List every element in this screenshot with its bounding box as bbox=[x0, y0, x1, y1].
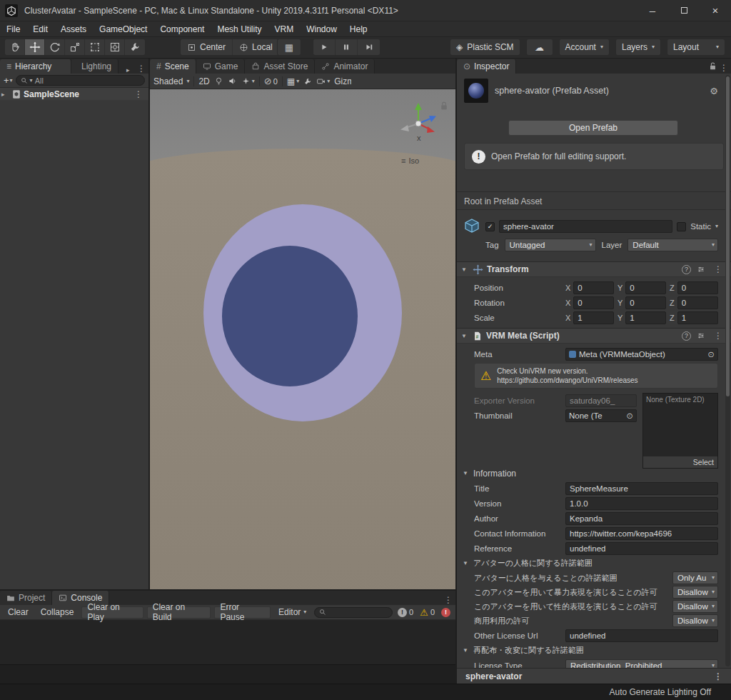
vrm-meta-component-header[interactable]: ▼ # VRM Meta (Script) ? ⋮ bbox=[457, 328, 731, 344]
console-log-list[interactable] bbox=[0, 620, 455, 664]
tab-hierarchy[interactable]: ≡ Hierarchy bbox=[0, 59, 71, 74]
clear-button[interactable]: Clear bbox=[4, 606, 33, 619]
personation-permission-dropdown[interactable]: Only Au ▾ bbox=[672, 571, 718, 584]
maximize-button[interactable] bbox=[668, 0, 700, 21]
scene-visibility-toggle[interactable]: ⊘ 0 bbox=[264, 76, 278, 86]
layers-dropdown[interactable]: Layers ▾ bbox=[615, 39, 661, 56]
rotation-x-field[interactable] bbox=[573, 296, 614, 309]
search-filter-caret-icon[interactable]: ▾ bbox=[30, 78, 33, 84]
console-area-menu-button[interactable]: ⋮ bbox=[441, 595, 455, 605]
reference-field[interactable] bbox=[565, 542, 718, 555]
sexual-permission-dropdown[interactable]: Disallow ▾ bbox=[672, 600, 718, 613]
space-toggle-button[interactable]: Local bbox=[233, 39, 279, 55]
transform-tool-button[interactable] bbox=[105, 39, 125, 55]
tab-scroll-arrow-icon[interactable]: ▸ bbox=[126, 66, 134, 74]
personation-foldout[interactable]: ▼ アバターの人格に関する許諾範囲 bbox=[457, 556, 731, 571]
foldout-icon[interactable]: ▼ bbox=[461, 266, 469, 273]
transform-component-header[interactable]: ▼ Transform ? ⋮ bbox=[457, 261, 731, 277]
tab-inspector[interactable]: ⊙ Inspector bbox=[457, 59, 516, 74]
scene-effects-dropdown[interactable]: ▾ bbox=[241, 76, 255, 86]
help-icon[interactable]: ? bbox=[682, 331, 691, 341]
minimize-button[interactable]: – bbox=[637, 0, 668, 21]
menu-edit[interactable]: Edit bbox=[26, 21, 54, 37]
menu-help[interactable]: Help bbox=[343, 21, 374, 37]
rect-tool-button[interactable] bbox=[85, 39, 105, 55]
position-z-field[interactable] bbox=[677, 281, 718, 294]
inspector-scrollbar[interactable] bbox=[725, 75, 730, 666]
contact-field[interactable] bbox=[565, 527, 718, 540]
other-license-field[interactable] bbox=[565, 629, 718, 642]
static-dropdown-caret-icon[interactable]: ▾ bbox=[715, 224, 718, 229]
tab-lighting[interactable]: Lighting bbox=[71, 59, 119, 74]
rotation-z-field[interactable] bbox=[677, 296, 718, 309]
expand-arrow-icon[interactable]: ▸ bbox=[1, 91, 9, 98]
menu-assets[interactable]: Assets bbox=[54, 21, 93, 37]
presets-icon[interactable] bbox=[697, 331, 705, 340]
collapse-button[interactable]: Collapse bbox=[36, 606, 79, 619]
rotate-tool-button[interactable] bbox=[45, 39, 65, 55]
console-search-input[interactable] bbox=[329, 608, 386, 616]
violence-permission-dropdown[interactable]: Disallow ▾ bbox=[672, 586, 718, 599]
scene-item-menu-button[interactable]: ⋮ bbox=[131, 89, 146, 99]
gizmos-dropdown[interactable]: Gizmos bbox=[334, 76, 351, 86]
scale-z-field[interactable] bbox=[677, 311, 718, 324]
tab-project[interactable]: Project bbox=[0, 591, 52, 605]
object-picker-icon[interactable]: ⊙ bbox=[707, 349, 715, 359]
open-prefab-button[interactable]: Open Prefab bbox=[508, 120, 678, 136]
hierarchy-search-field[interactable]: ▾ All bbox=[16, 75, 145, 86]
scrollbar-thumb[interactable] bbox=[726, 76, 730, 396]
inspector-lock-icon[interactable] bbox=[709, 61, 717, 71]
layer-dropdown[interactable]: Default ▾ bbox=[627, 239, 718, 251]
clear-on-build-button[interactable]: Clear on Build bbox=[147, 606, 211, 619]
step-button[interactable] bbox=[358, 39, 380, 55]
menu-file[interactable]: File bbox=[0, 21, 26, 37]
hierarchy-menu-button[interactable]: ⋮ bbox=[134, 64, 148, 74]
scene-grid-dropdown[interactable]: ▦ ▾ bbox=[287, 76, 299, 86]
active-checkbox[interactable]: ✓ bbox=[485, 222, 495, 231]
gameobject-name-field[interactable] bbox=[499, 220, 672, 233]
footer-menu-button[interactable]: ⋮ bbox=[711, 671, 725, 681]
scene-audio-toggle[interactable] bbox=[228, 76, 237, 86]
cloud-button[interactable]: ☁ bbox=[526, 39, 553, 56]
tab-game[interactable]: Game bbox=[196, 59, 246, 74]
rotation-y-field[interactable] bbox=[625, 296, 666, 309]
clear-on-play-button[interactable]: Clear on Play bbox=[81, 606, 143, 619]
plastic-scm-button[interactable]: ◈ Plastic SCM bbox=[450, 39, 520, 56]
avatar-sphere-inner[interactable] bbox=[222, 246, 358, 386]
version-field[interactable] bbox=[565, 497, 718, 510]
object-picker-icon[interactable]: ⊙ bbox=[626, 411, 633, 421]
menu-mesh-utility[interactable]: Mesh Utility bbox=[211, 21, 268, 37]
custom-tool-button[interactable] bbox=[125, 39, 145, 55]
title-field[interactable] bbox=[565, 482, 718, 495]
meta-object-field[interactable]: Meta (VRMMetaObject) ⊙ bbox=[565, 348, 718, 361]
move-tool-button[interactable] bbox=[25, 39, 45, 55]
select-button[interactable]: Select bbox=[643, 456, 717, 468]
grid-snap-button[interactable]: ▦ bbox=[278, 39, 301, 55]
presets-icon[interactable] bbox=[697, 265, 705, 274]
layout-dropdown[interactable]: Layout ▾ bbox=[667, 39, 725, 56]
redistribution-foldout[interactable]: ▼ 再配布・改変に関する許諾範囲 bbox=[457, 643, 731, 658]
editor-dropdown[interactable]: Editor ▾ bbox=[274, 606, 311, 619]
pivot-toggle-button[interactable]: Center bbox=[181, 39, 233, 55]
texture-preview-box[interactable]: None (Texture 2D) Select bbox=[642, 393, 718, 469]
tab-animator[interactable]: Animator bbox=[315, 59, 375, 74]
tab-asset-store[interactable]: Asset Store bbox=[245, 59, 315, 74]
play-button[interactable] bbox=[313, 39, 336, 55]
menu-gameobject[interactable]: GameObject bbox=[93, 21, 153, 37]
lighting-status-text[interactable]: Auto Generate Lighting Off bbox=[609, 687, 711, 697]
pause-button[interactable] bbox=[336, 39, 358, 55]
toggle-2d-button[interactable]: 2D bbox=[198, 76, 209, 86]
component-menu-icon[interactable]: ⋮ bbox=[711, 264, 725, 274]
warning-line2[interactable]: https://github.com/dwango/UniVRM/release… bbox=[497, 376, 637, 385]
gear-icon[interactable]: ⚙ bbox=[710, 86, 718, 96]
commercial-permission-dropdown[interactable]: Disallow ▾ bbox=[672, 614, 718, 627]
hand-tool-button[interactable] bbox=[5, 39, 25, 55]
help-icon[interactable]: ? bbox=[682, 265, 691, 274]
thumbnail-object-field[interactable]: None (Te ⊙ bbox=[565, 409, 637, 422]
scale-y-field[interactable] bbox=[625, 311, 666, 324]
menu-window[interactable]: Window bbox=[300, 21, 343, 37]
menu-vrm[interactable]: VRM bbox=[268, 21, 300, 37]
lock-icon[interactable] bbox=[440, 101, 448, 111]
tag-dropdown[interactable]: Untagged ▾ bbox=[505, 239, 596, 251]
scene-lighting-toggle[interactable] bbox=[214, 76, 223, 86]
